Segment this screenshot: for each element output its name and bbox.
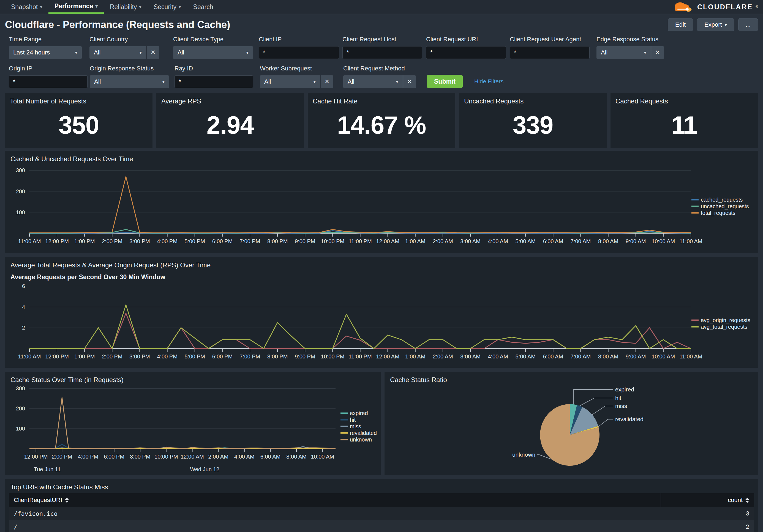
caret-down-icon: ▾	[179, 4, 181, 10]
svg-text:expired: expired	[615, 386, 634, 393]
cached-uncached-requests-chart: 10020030011:00 AM12:00 PM1:00 PM2:00 PM3…	[9, 164, 754, 249]
chart-title: Cache Status Over Time (in Requests)	[10, 376, 377, 384]
stat-value: 14.67 %	[313, 111, 450, 139]
svg-text:3:00 PM: 3:00 PM	[129, 238, 150, 244]
origin-ip-input[interactable]	[9, 75, 87, 88]
chart-subtitle: Average Requests per Second Over 30 Min …	[10, 273, 754, 281]
svg-text:2:00 PM: 2:00 PM	[102, 238, 122, 244]
svg-text:1:00 AM: 1:00 AM	[405, 238, 425, 244]
svg-text:12:00 PM: 12:00 PM	[45, 353, 69, 360]
client-request-host-input[interactable]	[342, 46, 422, 59]
registered-mark: ®	[756, 5, 758, 9]
chart-title: Average Total Requests & Average Origin …	[10, 261, 754, 269]
stat-value: 11	[615, 111, 753, 139]
nav-item-performance[interactable]: Performance ▾	[49, 0, 104, 14]
submit-button[interactable]: Submit	[427, 75, 463, 88]
svg-text:miss: miss	[615, 403, 627, 409]
client-request-user-agent-input[interactable]	[510, 46, 590, 59]
client-ip-input[interactable]	[259, 46, 339, 59]
cache-status-over-time-chart: 10020030012:00 PM2:00 PM4:00 PM6:00 PM8:…	[9, 385, 377, 471]
caret-down-icon: ▾	[162, 79, 164, 85]
svg-text:12:00 AM: 12:00 AM	[180, 454, 204, 460]
filter-bar: Time Range Last 24 hours ▾ Client Countr…	[0, 34, 763, 93]
nav-item-snapshot[interactable]: Snapshot ▾	[5, 0, 49, 14]
page-title: Cloudflare - Performance (Requests and C…	[5, 19, 230, 31]
clear-client-country-button[interactable]: ✕	[146, 46, 160, 59]
svg-text:6:00 AM: 6:00 AM	[543, 353, 563, 360]
svg-text:6:00 PM: 6:00 PM	[104, 454, 124, 460]
nav-item-search[interactable]: Search	[187, 0, 219, 14]
svg-text:Tue Jun 11: Tue Jun 11	[34, 466, 61, 471]
edge-response-status-select[interactable]: All ▾	[597, 46, 651, 59]
svg-text:hit: hit	[350, 417, 356, 423]
origin-response-status-select[interactable]: All ▾	[90, 75, 169, 88]
svg-text:10:00 PM: 10:00 PM	[321, 353, 345, 360]
stat-row: Total Number of Requests 350 Average RPS…	[5, 93, 758, 148]
svg-text:5:00 AM: 5:00 AM	[515, 353, 536, 360]
svg-text:4:00 AM: 4:00 AM	[488, 238, 508, 244]
client-country-select[interactable]: All ▾	[89, 46, 146, 59]
svg-text:2:00 AM: 2:00 AM	[433, 353, 453, 360]
client-device-type-select[interactable]: All ▾	[173, 46, 253, 59]
svg-text:revalidated: revalidated	[350, 430, 377, 436]
svg-text:10:00 PM: 10:00 PM	[155, 454, 178, 460]
sort-icon	[65, 497, 69, 503]
svg-text:200: 200	[16, 405, 25, 411]
svg-text:1:00 AM: 1:00 AM	[405, 353, 425, 360]
svg-text:4: 4	[22, 304, 25, 310]
average-rps-chart: 24611:00 AM12:00 PM1:00 PM2:00 PM3:00 PM…	[9, 281, 754, 364]
svg-text:7:00 AM: 7:00 AM	[571, 353, 591, 360]
filter-origin-response-status: Origin Response Status All ▾	[90, 65, 169, 88]
column-header-clientrequesturi[interactable]: ClientRequestURI	[9, 493, 661, 507]
svg-text:8:00 AM: 8:00 AM	[286, 454, 306, 460]
svg-text:12:00 PM: 12:00 PM	[45, 238, 69, 244]
svg-text:2:00 AM: 2:00 AM	[208, 454, 228, 460]
clear-worker-subrequest-button[interactable]: ✕	[320, 75, 333, 88]
filter-origin-ip: Origin IP	[9, 65, 87, 88]
export-button[interactable]: Export ▾	[697, 18, 734, 31]
svg-text:4:00 AM: 4:00 AM	[488, 353, 508, 360]
client-request-method-select[interactable]: All ▾	[343, 75, 403, 88]
svg-text:6:00 PM: 6:00 PM	[212, 353, 233, 360]
uri-cell: /favicon.ico	[9, 510, 661, 517]
svg-text:100: 100	[16, 425, 25, 432]
hide-filters-link[interactable]: Hide Filters	[474, 78, 503, 85]
svg-text:9:00 PM: 9:00 PM	[295, 238, 315, 244]
filter-client-request-method: Client Request Method All ▾ ✕	[343, 65, 416, 88]
caret-down-icon: ▾	[644, 50, 646, 55]
svg-text:4:00 AM: 4:00 AM	[234, 454, 254, 460]
stat-value: 339	[464, 111, 602, 139]
top-nav: Snapshot ▾ Performance ▾ Reliability ▾ S…	[0, 0, 763, 14]
filter-client-country: Client Country All ▾ ✕	[89, 36, 160, 59]
svg-text:12:00 AM: 12:00 AM	[376, 353, 399, 360]
svg-text:total_requests: total_requests	[701, 210, 735, 216]
nav-item-security[interactable]: Security ▾	[148, 0, 187, 14]
svg-text:300: 300	[16, 385, 25, 392]
svg-text:4:00 PM: 4:00 PM	[157, 238, 177, 244]
stat-cache-hit-rate: Cache Hit Rate 14.67 %	[308, 93, 455, 148]
time-range-select[interactable]: Last 24 hours ▾	[9, 46, 82, 59]
svg-text:12:00 PM: 12:00 PM	[24, 454, 48, 460]
panel-average-rps-over-time: Average Total Requests & Average Origin …	[5, 257, 758, 368]
svg-text:2: 2	[22, 324, 25, 331]
svg-text:9:00 AM: 9:00 AM	[626, 238, 646, 244]
clear-client-request-method-button[interactable]: ✕	[403, 75, 416, 88]
caret-down-icon: ▾	[725, 22, 727, 28]
worker-subrequest-select[interactable]: All ▾	[260, 75, 320, 88]
client-request-uri-input[interactable]	[426, 46, 506, 59]
caret-down-icon: ▾	[396, 79, 398, 85]
clear-edge-response-status-button[interactable]: ✕	[651, 46, 664, 59]
column-header-count[interactable]: count	[661, 493, 754, 507]
nav-item-reliability[interactable]: Reliability ▾	[104, 0, 148, 14]
svg-text:revalidated: revalidated	[615, 416, 644, 422]
cloudflare-cloud-icon	[672, 0, 695, 14]
caret-down-icon: ▾	[139, 50, 142, 55]
svg-text:12:00 AM: 12:00 AM	[376, 238, 399, 244]
svg-text:3:00 AM: 3:00 AM	[460, 238, 480, 244]
edit-button[interactable]: Edit	[668, 18, 693, 31]
ray-id-input[interactable]	[174, 75, 253, 88]
svg-text:1:00 PM: 1:00 PM	[74, 238, 95, 244]
more-options-button[interactable]: ...	[738, 18, 758, 31]
svg-text:expired: expired	[350, 410, 368, 416]
stat-value: 350	[10, 111, 148, 139]
